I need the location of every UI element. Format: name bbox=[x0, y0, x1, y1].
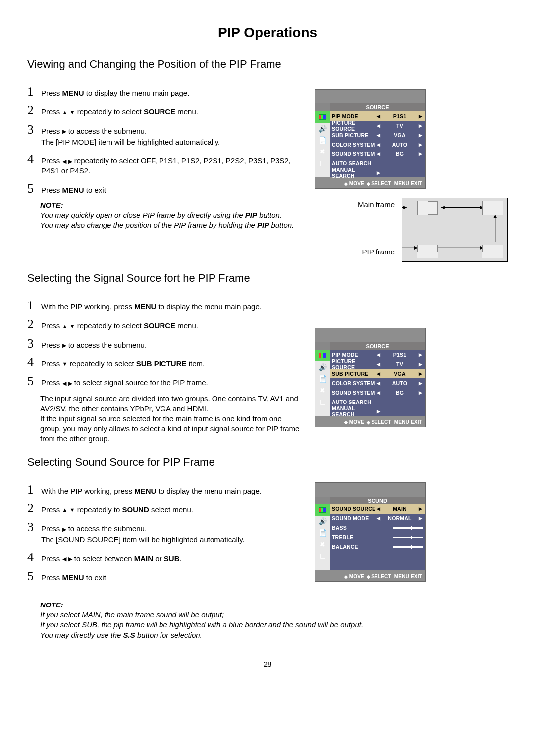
note-block: NOTE: If you select MAIN, the main frame… bbox=[40, 601, 508, 640]
osd-foot-select: SELECT bbox=[371, 181, 391, 186]
left-arrow-icon: ◀ bbox=[376, 516, 381, 521]
menu5-tab-icon: ▥ bbox=[315, 550, 330, 561]
text: to exit. bbox=[84, 573, 108, 582]
osd-row-value: MAIN bbox=[381, 506, 418, 512]
note-label: NOTE: bbox=[40, 601, 508, 609]
step-number: 3 bbox=[27, 337, 39, 350]
note-block: NOTE: You may quickly open or close PIP … bbox=[40, 201, 305, 231]
text-bold: MENU bbox=[132, 302, 156, 311]
section-title: Viewing and Changing the Position of the… bbox=[27, 58, 508, 71]
osd-sidebar: 🔊 📄 ✖ ▥ bbox=[315, 111, 330, 177]
step-text: Press ◀ ▶ to select between MAIN or SUB. bbox=[41, 551, 182, 564]
right-arrow-icon: ▶ bbox=[418, 362, 423, 367]
osd-row-value: BG bbox=[381, 390, 418, 396]
osd-row-sub-picture: SUB PICTURE◀VGA▶ bbox=[330, 369, 425, 378]
text: Press bbox=[41, 107, 60, 116]
step-number: 2 bbox=[27, 502, 39, 515]
text: repeatedly to select OFF, P1S1, P1S2, P2… bbox=[41, 156, 291, 175]
text: Press bbox=[41, 573, 60, 582]
text: repeatedly to select bbox=[77, 321, 142, 330]
step-text: Press MENU to exit. bbox=[41, 182, 108, 195]
text: Press bbox=[41, 341, 60, 349]
step-text: Press ▲ ▼ repeatedly to SOUND select men… bbox=[41, 502, 193, 515]
up-arrow-icon: ▲ bbox=[62, 110, 68, 115]
picture-tab-icon bbox=[315, 111, 330, 123]
step-number: 1 bbox=[27, 483, 39, 496]
osd-row-value: AUTO bbox=[381, 380, 418, 386]
left-arrow-icon: ◀ bbox=[376, 353, 381, 357]
osd-list: SOUND SOURCE◀MAIN▶ SOUND MODE◀NORMAL▶ BA… bbox=[330, 504, 425, 570]
function-tab-icon: 📄 bbox=[315, 134, 330, 146]
text: to access the submenu. bbox=[68, 127, 147, 135]
diagram-frame bbox=[417, 245, 438, 258]
text: . bbox=[179, 554, 181, 563]
osd-sidebar: 🔊 📄 ✖ ▥ bbox=[315, 350, 330, 416]
osd-row: PICTURE SOURCE◀TV▶ bbox=[330, 121, 425, 130]
osd-row: PICTURE SOURCE◀TV▶ bbox=[330, 359, 425, 369]
osd-row-value: NORMAL bbox=[381, 515, 418, 521]
diagram-frame bbox=[482, 201, 503, 215]
osd-row-label: SUB PICTURE bbox=[332, 371, 376, 377]
text-bold: MENU bbox=[132, 487, 156, 495]
osd-foot-exit: MENU EXIT bbox=[394, 181, 422, 186]
osd-row: SOUND SYSTEM◀BG▶ bbox=[330, 149, 425, 158]
diamond-icon: ◆ bbox=[344, 181, 348, 186]
step: 4 Press ◀ ▶ to select between MAIN or SU… bbox=[27, 551, 305, 564]
right-arrow-icon: ▶ bbox=[376, 170, 381, 175]
osd-row-label: PIP MODE bbox=[332, 113, 376, 119]
osd-row-label: PICTURE SOURCE bbox=[332, 358, 376, 370]
osd-title: SOUND bbox=[330, 497, 425, 504]
right-arrow-icon: ▶ bbox=[418, 516, 423, 521]
osd-row: BALANCE bbox=[330, 542, 425, 552]
slider-icon bbox=[393, 537, 423, 538]
down-arrow-icon: ▼ bbox=[62, 361, 68, 367]
text: Press bbox=[41, 127, 60, 135]
step: 4 Press ◀ ▶ repeatedly to select OFF, P1… bbox=[27, 153, 305, 176]
text: menu. bbox=[175, 107, 198, 116]
text-bold: SOURCE bbox=[142, 321, 175, 330]
text: With the PIP working, press bbox=[41, 302, 132, 311]
step: 1 With the PIP working, press MENU to di… bbox=[27, 483, 305, 496]
step-number: 5 bbox=[27, 375, 39, 388]
osd-row: BASS bbox=[330, 523, 425, 533]
sound-tab-icon: 🔊 bbox=[315, 361, 330, 373]
osd-row-label: COLOR SYSTEM bbox=[332, 380, 376, 386]
step-number: 3 bbox=[27, 521, 39, 534]
section-1: Viewing and Changing the Position of the… bbox=[27, 58, 508, 262]
osd-row-label: BALANCE bbox=[332, 544, 376, 550]
text: Press bbox=[41, 186, 60, 194]
text-bold: MENU bbox=[60, 186, 84, 194]
text: to access the submenu. bbox=[68, 524, 147, 533]
step-number: 2 bbox=[27, 104, 39, 117]
right-arrow-icon: ▶ bbox=[418, 390, 423, 395]
osd-menu-source: SOURCE 🔊 📄 ✖ ▥ PIP MODE◀P1S1▶ PICTURE SO… bbox=[315, 328, 426, 427]
note-label: NOTE: bbox=[40, 201, 305, 209]
text-bold: SOURCE bbox=[142, 107, 175, 116]
step-text: With the PIP working, press MENU to disp… bbox=[41, 299, 262, 312]
osd-list: PIP MODE◀P1S1▶ PICTURE SOURCE◀TV▶ SUB PI… bbox=[330, 350, 425, 416]
step-number: 4 bbox=[27, 551, 39, 564]
text: Press bbox=[41, 89, 60, 97]
step: 1 Press MENU to display the menu main pa… bbox=[27, 85, 305, 98]
step-number: 3 bbox=[27, 123, 39, 136]
left-arrow-icon: ◀ bbox=[376, 123, 381, 128]
divider bbox=[27, 287, 305, 287]
osd-row: SOUND SYSTEM◀BG▶ bbox=[330, 388, 425, 397]
page-number: 28 bbox=[27, 660, 508, 668]
osd-row-label: PIP MODE bbox=[332, 352, 376, 358]
step: 5 Press MENU to exit. bbox=[27, 182, 305, 195]
sound-tab-icon: 🔊 bbox=[315, 123, 330, 134]
osd-row-label: TREBLE bbox=[332, 534, 376, 540]
step: 3 Press ▶ to access the submenu. bbox=[27, 337, 305, 350]
step: 4 Press ▼ repeatedly to select SUB PICTU… bbox=[27, 356, 305, 369]
down-arrow-icon: ▼ bbox=[70, 507, 75, 513]
body-paragraph: The input signal source are divided into… bbox=[40, 394, 305, 444]
text: repeatedly to select bbox=[77, 107, 142, 116]
step-text: Press ▶ to access the submenu. The [PIP … bbox=[41, 123, 220, 148]
osd-foot-move: MOVE bbox=[349, 574, 364, 579]
text: to select signal source for the PIP fram… bbox=[74, 378, 208, 387]
text: item. bbox=[187, 359, 205, 368]
pip-position-diagram: Main frame PIP frame bbox=[315, 198, 508, 262]
right-arrow-icon: ▶ bbox=[418, 381, 423, 386]
source-tab-icon: ✖ bbox=[315, 384, 330, 396]
